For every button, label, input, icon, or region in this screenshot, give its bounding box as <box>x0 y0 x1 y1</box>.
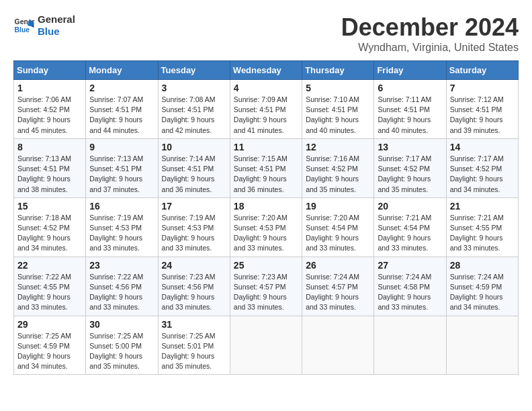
day-info: Sunrise: 7:18 AMSunset: 4:52 PMDaylight:… <box>17 213 82 254</box>
day-info: Sunrise: 7:17 AMSunset: 4:52 PMDaylight:… <box>450 154 515 195</box>
day-header-monday: Monday <box>86 61 158 80</box>
calendar-cell: 31Sunrise: 7:25 AMSunset: 5:01 PMDayligh… <box>158 316 230 375</box>
calendar-cell: 28Sunrise: 7:24 AMSunset: 4:59 PMDayligh… <box>446 257 518 316</box>
logo-icon: General Blue <box>13 15 35 36</box>
title-section: December 2024 Wyndham, Virginia, United … <box>341 13 519 54</box>
day-number: 9 <box>89 142 154 152</box>
day-header-friday: Friday <box>374 61 446 80</box>
day-number: 11 <box>234 142 298 152</box>
logo-line2: Blue <box>38 26 75 38</box>
calendar-week-row: 15Sunrise: 7:18 AMSunset: 4:52 PMDayligh… <box>14 197 519 257</box>
day-info: Sunrise: 7:11 AMSunset: 4:51 PMDaylight:… <box>378 95 442 136</box>
day-number: 5 <box>306 83 370 93</box>
calendar-cell <box>374 316 446 375</box>
calendar-cell: 19Sunrise: 7:20 AMSunset: 4:54 PMDayligh… <box>302 197 374 257</box>
day-number: 3 <box>162 83 226 93</box>
day-info: Sunrise: 7:07 AMSunset: 4:51 PMDaylight:… <box>89 95 154 136</box>
day-info: Sunrise: 7:19 AMSunset: 4:53 PMDaylight:… <box>162 213 226 254</box>
calendar-cell: 14Sunrise: 7:17 AMSunset: 4:52 PMDayligh… <box>446 138 518 197</box>
calendar-cell: 3Sunrise: 7:08 AMSunset: 4:51 PMDaylight… <box>158 80 230 139</box>
calendar-cell: 30Sunrise: 7:25 AMSunset: 5:00 PMDayligh… <box>86 316 158 375</box>
calendar-cell: 16Sunrise: 7:19 AMSunset: 4:53 PMDayligh… <box>86 197 158 257</box>
day-number: 10 <box>162 142 226 152</box>
day-number: 30 <box>89 319 154 330</box>
calendar-cell: 17Sunrise: 7:19 AMSunset: 4:53 PMDayligh… <box>158 197 230 257</box>
day-header-sunday: Sunday <box>14 61 86 80</box>
calendar-week-row: 8Sunrise: 7:13 AMSunset: 4:51 PMDaylight… <box>14 138 519 197</box>
day-number: 29 <box>17 319 82 330</box>
calendar-cell: 5Sunrise: 7:10 AMSunset: 4:51 PMDaylight… <box>302 80 374 139</box>
calendar-week-row: 1Sunrise: 7:06 AMSunset: 4:52 PMDaylight… <box>14 80 519 139</box>
day-number: 1 <box>17 83 82 93</box>
day-number: 22 <box>17 260 82 271</box>
day-info: Sunrise: 7:13 AMSunset: 4:51 PMDaylight:… <box>17 154 82 195</box>
day-number: 12 <box>306 142 370 152</box>
day-number: 8 <box>17 142 82 152</box>
calendar-cell: 7Sunrise: 7:12 AMSunset: 4:51 PMDaylight… <box>446 80 518 139</box>
day-info: Sunrise: 7:20 AMSunset: 4:53 PMDaylight:… <box>234 213 298 254</box>
day-number: 28 <box>450 260 515 271</box>
subtitle: Wyndham, Virginia, United States <box>341 42 519 54</box>
day-number: 13 <box>378 142 442 152</box>
day-info: Sunrise: 7:19 AMSunset: 4:53 PMDaylight:… <box>89 213 154 254</box>
calendar-cell <box>446 316 518 375</box>
day-number: 14 <box>450 142 515 152</box>
day-info: Sunrise: 7:10 AMSunset: 4:51 PMDaylight:… <box>306 95 370 136</box>
calendar-cell: 26Sunrise: 7:24 AMSunset: 4:57 PMDayligh… <box>302 257 374 316</box>
day-info: Sunrise: 7:14 AMSunset: 4:51 PMDaylight:… <box>162 154 226 195</box>
day-info: Sunrise: 7:25 AMSunset: 4:59 PMDaylight:… <box>17 331 82 372</box>
calendar-cell: 29Sunrise: 7:25 AMSunset: 4:59 PMDayligh… <box>14 316 86 375</box>
day-info: Sunrise: 7:25 AMSunset: 5:01 PMDaylight:… <box>162 331 226 372</box>
day-info: Sunrise: 7:17 AMSunset: 4:52 PMDaylight:… <box>378 154 442 195</box>
logo: General Blue General Blue <box>13 13 75 38</box>
calendar-cell: 10Sunrise: 7:14 AMSunset: 4:51 PMDayligh… <box>158 138 230 197</box>
day-number: 23 <box>89 260 154 271</box>
day-number: 31 <box>162 319 226 330</box>
day-number: 4 <box>234 83 298 93</box>
day-info: Sunrise: 7:16 AMSunset: 4:52 PMDaylight:… <box>306 154 370 195</box>
calendar-cell: 20Sunrise: 7:21 AMSunset: 4:54 PMDayligh… <box>374 197 446 257</box>
day-number: 17 <box>162 201 226 212</box>
calendar-cell <box>230 316 302 375</box>
day-info: Sunrise: 7:22 AMSunset: 4:55 PMDaylight:… <box>17 272 82 313</box>
day-info: Sunrise: 7:13 AMSunset: 4:51 PMDaylight:… <box>89 154 154 195</box>
day-info: Sunrise: 7:12 AMSunset: 4:51 PMDaylight:… <box>450 95 515 136</box>
calendar-cell: 2Sunrise: 7:07 AMSunset: 4:51 PMDaylight… <box>86 80 158 139</box>
calendar-table: SundayMondayTuesdayWednesdayThursdayFrid… <box>13 60 519 375</box>
day-number: 26 <box>306 260 370 271</box>
day-number: 19 <box>306 201 370 212</box>
calendar-cell: 4Sunrise: 7:09 AMSunset: 4:51 PMDaylight… <box>230 80 302 139</box>
calendar-cell: 12Sunrise: 7:16 AMSunset: 4:52 PMDayligh… <box>302 138 374 197</box>
day-number: 20 <box>378 201 442 212</box>
day-info: Sunrise: 7:15 AMSunset: 4:51 PMDaylight:… <box>234 154 298 195</box>
day-info: Sunrise: 7:09 AMSunset: 4:51 PMDaylight:… <box>234 95 298 136</box>
day-info: Sunrise: 7:23 AMSunset: 4:57 PMDaylight:… <box>234 272 298 313</box>
logo-line1: General <box>38 13 75 26</box>
calendar-cell: 24Sunrise: 7:23 AMSunset: 4:56 PMDayligh… <box>158 257 230 316</box>
day-number: 7 <box>450 83 515 93</box>
day-info: Sunrise: 7:21 AMSunset: 4:54 PMDaylight:… <box>378 213 442 254</box>
calendar-cell: 6Sunrise: 7:11 AMSunset: 4:51 PMDaylight… <box>374 80 446 139</box>
calendar-cell: 23Sunrise: 7:22 AMSunset: 4:56 PMDayligh… <box>86 257 158 316</box>
day-number: 15 <box>17 201 82 212</box>
day-number: 18 <box>234 201 298 212</box>
page-header: General Blue General Blue December 2024 … <box>13 13 519 54</box>
calendar-cell: 13Sunrise: 7:17 AMSunset: 4:52 PMDayligh… <box>374 138 446 197</box>
calendar-week-row: 29Sunrise: 7:25 AMSunset: 4:59 PMDayligh… <box>14 316 519 375</box>
day-info: Sunrise: 7:06 AMSunset: 4:52 PMDaylight:… <box>17 95 82 136</box>
day-info: Sunrise: 7:21 AMSunset: 4:55 PMDaylight:… <box>450 213 515 254</box>
calendar-cell <box>302 316 374 375</box>
calendar-cell: 1Sunrise: 7:06 AMSunset: 4:52 PMDaylight… <box>14 80 86 139</box>
calendar-header-row: SundayMondayTuesdayWednesdayThursdayFrid… <box>14 61 519 80</box>
day-number: 2 <box>89 83 154 93</box>
day-number: 6 <box>378 83 442 93</box>
day-header-tuesday: Tuesday <box>158 61 230 80</box>
day-info: Sunrise: 7:24 AMSunset: 4:57 PMDaylight:… <box>306 272 370 313</box>
calendar-week-row: 22Sunrise: 7:22 AMSunset: 4:55 PMDayligh… <box>14 257 519 316</box>
day-info: Sunrise: 7:22 AMSunset: 4:56 PMDaylight:… <box>89 272 154 313</box>
calendar-cell: 18Sunrise: 7:20 AMSunset: 4:53 PMDayligh… <box>230 197 302 257</box>
day-info: Sunrise: 7:08 AMSunset: 4:51 PMDaylight:… <box>162 95 226 136</box>
day-info: Sunrise: 7:24 AMSunset: 4:59 PMDaylight:… <box>450 272 515 313</box>
day-header-saturday: Saturday <box>446 61 518 80</box>
day-info: Sunrise: 7:25 AMSunset: 5:00 PMDaylight:… <box>89 331 154 372</box>
